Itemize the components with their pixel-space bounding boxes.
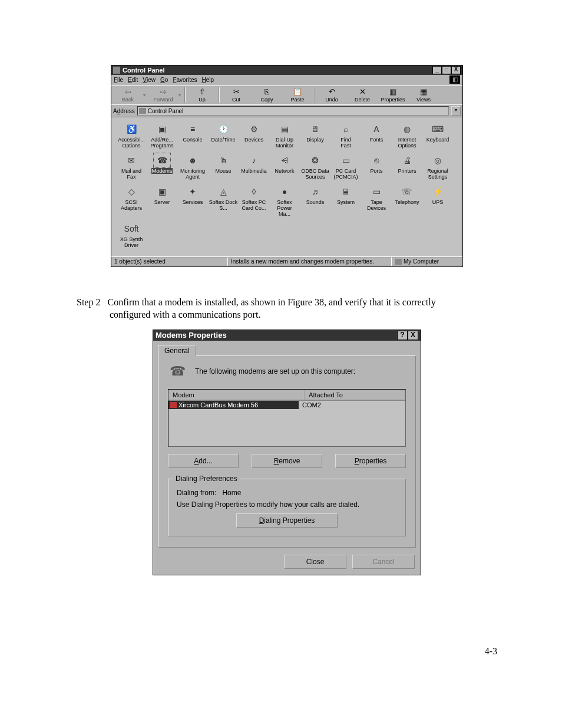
cp-item-modems[interactable]: ☎Modems: [147, 153, 177, 180]
remove-button[interactable]: Remove: [252, 454, 322, 468]
cp-item-keyboard[interactable]: ⌨Keyboard: [422, 122, 453, 149]
cp-item-ups[interactable]: ⚡UPS: [422, 185, 453, 217]
page-number: 4-3: [77, 646, 497, 657]
toolbar-paste-button[interactable]: 📋Paste: [282, 87, 313, 103]
toolbar-delete-button[interactable]: ✕Delete: [347, 87, 378, 103]
minimize-button[interactable]: _: [432, 66, 442, 74]
toolbar-forward-button: ⇨Forward: [148, 87, 178, 103]
cp-item-xg-synth-driver[interactable]: SoftXG SynthDriver: [116, 222, 147, 248]
applet-icon: ◎: [429, 153, 446, 167]
dialing-desc: Use Dialing Properties to modify how you…: [177, 500, 397, 509]
menu-view[interactable]: View: [143, 75, 156, 85]
add-button[interactable]: Add...: [168, 454, 239, 468]
undo-icon: ↶: [316, 87, 347, 97]
throbber-icon: ◧: [449, 75, 460, 84]
tab-general[interactable]: General: [158, 345, 196, 356]
computer-icon: [395, 259, 402, 265]
properties-button[interactable]: Properties: [335, 454, 406, 468]
col-modem[interactable]: Modem: [168, 390, 305, 400]
views-icon: ▦: [408, 87, 439, 97]
applet-icon: 🖱: [215, 153, 232, 167]
cp-item-display[interactable]: 🖥Display: [300, 122, 330, 149]
maximize-button[interactable]: □: [442, 66, 451, 74]
cp-item-accessibi-options[interactable]: ♿Accessibi...Options: [116, 122, 147, 149]
address-combo[interactable]: Control Panel: [137, 106, 449, 116]
applet-icon: ⌕: [338, 122, 354, 136]
applet-icon: ⌨: [429, 122, 446, 136]
cp-item-softex-dock-s[interactable]: ◬Softex DockS...: [208, 185, 239, 217]
toolbar-up-button[interactable]: ⇧Up: [187, 87, 217, 103]
cp-item-multimedia[interactable]: ♪Multimedia: [239, 153, 269, 180]
cp-item-ports[interactable]: ⎋Ports: [361, 153, 392, 180]
dialog-close-button[interactable]: X: [408, 331, 418, 340]
menu-favorites[interactable]: Favorites: [173, 75, 197, 85]
delete-icon: ✕: [347, 87, 378, 97]
cp-item-console[interactable]: ≡Console: [177, 122, 208, 149]
toolbar-cut-button[interactable]: ✂Cut: [221, 87, 252, 103]
list-row[interactable]: Xircom CardBus Modem 56 COM2: [168, 401, 405, 409]
menu-file[interactable]: File: [114, 75, 123, 85]
cp-item-date-time[interactable]: 🕑Date/Time: [208, 122, 239, 149]
cp-item-sounds[interactable]: ♬Sounds: [300, 185, 330, 217]
cp-item-system[interactable]: 🖥System: [330, 185, 361, 217]
cp-item-telephony[interactable]: ☏Telephony: [392, 185, 422, 217]
status-bar: 1 object(s) selected Installs a new mode…: [111, 256, 462, 266]
cp-item-scsi-adapters[interactable]: ◇SCSIAdapters: [116, 185, 147, 217]
applet-icon: ☻: [184, 153, 201, 167]
cp-item-network[interactable]: ⩤Network: [269, 153, 300, 180]
cp-item-softex-power-ma[interactable]: ●Softex PowerMa...: [269, 185, 300, 217]
cp-item-tape-devices[interactable]: ▭TapeDevices: [361, 185, 392, 217]
close-dialog-button[interactable]: Close: [284, 555, 346, 569]
modem-list[interactable]: Modem Attached To Xircom CardBus Modem 5…: [168, 389, 406, 447]
cp-item-server[interactable]: ▣Server: [147, 185, 177, 217]
menu-bar: FileEditViewGoFavoritesHelp◧: [111, 75, 462, 85]
applet-icon: 🖥: [338, 185, 354, 199]
menu-edit[interactable]: Edit: [128, 75, 138, 85]
titlebar[interactable]: Control Panel _ □ X: [111, 65, 462, 75]
info-text: The following modems are set up on this …: [195, 367, 355, 375]
cp-item-softex-pc-card-co[interactable]: ◊Softex PCCard Co...: [239, 185, 269, 217]
app-icon: [113, 67, 120, 74]
toolbar-back-button: ⇦Back: [113, 87, 143, 103]
toolbar-copy-button[interactable]: ⎘Copy: [252, 87, 282, 103]
dialing-properties-button[interactable]: Dialing Properties: [236, 513, 338, 528]
col-attached[interactable]: Attached To: [305, 390, 405, 400]
applet-icon: 🖨: [399, 153, 415, 167]
cp-item-regional-settings[interactable]: ◎RegionalSettings: [422, 153, 453, 180]
applet-icon: ☏: [399, 185, 415, 199]
group-legend: Dialing Preferences: [173, 475, 240, 483]
address-bar: Address Control Panel ▾: [111, 104, 462, 117]
address-dropdown-button[interactable]: ▾: [451, 106, 461, 116]
menu-help[interactable]: Help: [202, 75, 214, 85]
toolbar-views-button[interactable]: ▦Views: [408, 87, 439, 103]
cp-item-monitoring-agent[interactable]: ☻MonitoringAgent: [177, 153, 208, 180]
cp-item-mail-and-fax[interactable]: ✉Mail andFax: [116, 153, 147, 180]
cancel-dialog-button[interactable]: Cancel: [352, 555, 415, 569]
cp-item-fonts[interactable]: AFonts: [361, 122, 392, 149]
cp-item-odbc-data-sources[interactable]: ❂ODBC DataSources: [300, 153, 330, 180]
applet-icon: ◍: [399, 122, 415, 136]
cp-item-services[interactable]: ✦Services: [177, 185, 208, 217]
menu-go[interactable]: Go: [160, 75, 168, 85]
status-zone: My Computer: [392, 257, 462, 266]
cp-item-dial-up-monitor[interactable]: ▤Dial-UpMonitor: [269, 122, 300, 149]
cp-item-pc-card-pcmcia[interactable]: ▭PC Card(PCMCIA): [330, 153, 361, 180]
applet-icon: ♬: [307, 185, 323, 199]
close-button[interactable]: X: [451, 66, 461, 74]
cp-item-devices[interactable]: ⚙Devices: [239, 122, 269, 149]
toolbar-properties-button[interactable]: ▥Properties: [378, 87, 408, 103]
toolbar-separator: [314, 87, 315, 103]
help-button[interactable]: ?: [397, 331, 408, 340]
cp-item-mouse[interactable]: 🖱Mouse: [208, 153, 239, 180]
modem-icon: ☎: [168, 363, 187, 380]
cp-item-find-fast[interactable]: ⌕FindFast: [330, 122, 361, 149]
step-text-line1: Confirm that a modem is installed, as sh…: [107, 297, 435, 307]
applet-icon: A: [368, 122, 385, 136]
cp-item-internet-options[interactable]: ◍InternetOptions: [392, 122, 422, 149]
toolbar-undo-button[interactable]: ↶Undo: [316, 87, 347, 103]
icon-area: ♿Accessibi...Options▣Add/Re...Programs≡C…: [111, 117, 462, 256]
cp-item-printers[interactable]: 🖨Printers: [392, 153, 422, 180]
toolbar-dropdown: ▾: [178, 93, 183, 98]
cp-item-add-re-programs[interactable]: ▣Add/Re...Programs: [147, 122, 177, 149]
dialog-titlebar[interactable]: Modems Properties ? X: [153, 330, 421, 341]
